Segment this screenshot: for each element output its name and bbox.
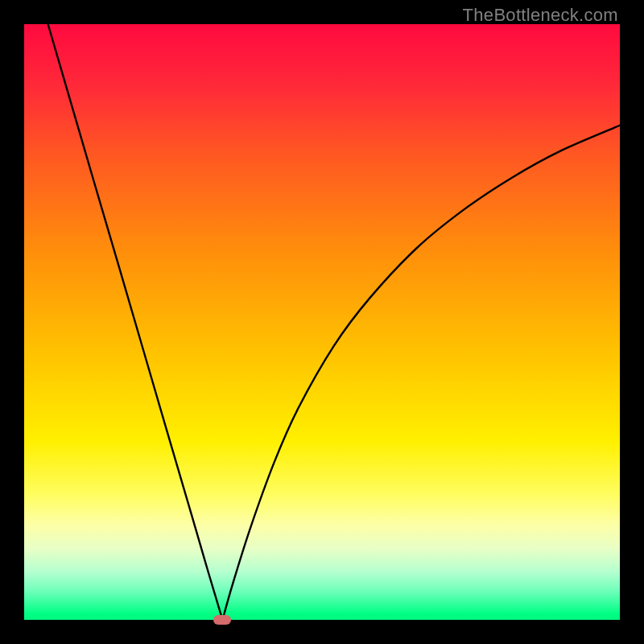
minimum-marker: [213, 615, 231, 625]
chart-frame: TheBottleneck.com: [0, 0, 644, 644]
plot-area: [24, 24, 620, 620]
bottleneck-curve: [24, 24, 620, 620]
watermark-text: TheBottleneck.com: [463, 5, 618, 26]
